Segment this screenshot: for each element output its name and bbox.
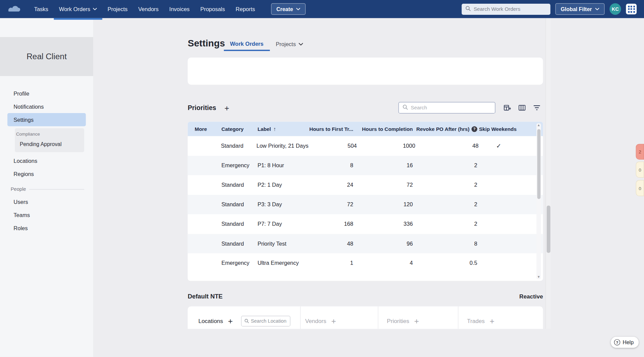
chevron-down-icon (296, 8, 300, 10)
create-button-label: Create (276, 6, 293, 12)
sidebar-item-teams[interactable]: Teams (7, 209, 86, 222)
add-location-button[interactable]: + (228, 317, 233, 325)
nte-trades-column: Trades + (458, 306, 543, 329)
col-header-hours-completion[interactable]: Hours to Completion (353, 126, 413, 132)
priorities-search-input[interactable] (411, 105, 491, 111)
nav-item-vendors[interactable]: Vendors (133, 0, 164, 18)
search-work-orders-input[interactable] (474, 6, 547, 12)
compliance-section-label: Compliance (15, 132, 84, 137)
page-scrollbar[interactable] (546, 18, 551, 329)
table-row[interactable]: EmergencyUltra Emergency140.5 (188, 253, 543, 273)
create-button[interactable]: Create (271, 3, 306, 15)
location-search-box[interactable] (241, 316, 290, 326)
table-row[interactable]: EmergencyP1: 8 Hour8162 (188, 156, 543, 175)
search-icon (466, 5, 471, 13)
settings-tabs: Work Orders Projects (224, 37, 310, 51)
sort-ascending-icon[interactable]: ↑ (273, 126, 276, 132)
col-header-label[interactable]: Label ↑ (252, 126, 304, 132)
nte-locations-label: Locations (198, 318, 223, 325)
filter-icon[interactable] (532, 103, 541, 113)
row-revoke-po: 2 (413, 201, 477, 207)
sidebar-item-pending-approval[interactable]: Pending Approval (15, 137, 84, 147)
row-hours-completion: 120 (353, 201, 413, 207)
scroll-up-icon[interactable]: ▲ (536, 123, 541, 128)
app-logo-icon[interactable] (7, 4, 25, 14)
row-hours-first: 48 (304, 241, 353, 247)
global-search-box[interactable] (462, 3, 551, 14)
table-scrollbar-thumb[interactable] (537, 129, 540, 199)
table-row[interactable]: StandardP7: 7 Day1683362 (188, 214, 543, 234)
nte-mode-reactive[interactable]: Reactive (519, 293, 543, 300)
scroll-down-icon[interactable]: ▼ (536, 275, 541, 279)
global-filter-button[interactable]: Global Filter (555, 3, 604, 15)
people-section-label: People (11, 186, 26, 192)
priorities-title: Priorities (188, 104, 216, 112)
sidebar-item-locations[interactable]: Locations (7, 154, 86, 167)
tab-work-orders[interactable]: Work Orders (224, 37, 270, 51)
table-row[interactable]: StandardP3: 3 Day721202 (188, 195, 543, 214)
table-row[interactable]: StandardPriority Test48968 (188, 234, 543, 253)
row-category: Standard (214, 182, 252, 188)
help-circle-icon[interactable]: ? (472, 126, 477, 132)
client-name: Real Client (0, 37, 93, 76)
col-header-more[interactable]: More (188, 126, 214, 132)
location-search-input[interactable] (251, 318, 287, 324)
nav-item-work-orders[interactable]: Work Orders (53, 0, 102, 18)
row-hours-first: 8 (304, 162, 353, 168)
columns-icon[interactable] (517, 103, 527, 113)
page-scrollbar-thumb[interactable] (547, 206, 550, 253)
user-avatar[interactable]: KC (609, 3, 621, 15)
table-row[interactable]: StandardLow Priority, 21 Days504100048✓ (188, 136, 543, 155)
add-trade-button[interactable]: + (490, 317, 494, 325)
add-nte-priority-button[interactable]: + (414, 317, 419, 325)
col-header-revoke-po[interactable]: Revoke PO After (hrs) ? (413, 126, 477, 132)
nav-item-tasks[interactable]: Tasks (29, 0, 54, 18)
nav-item-label: Reports (236, 6, 255, 12)
sidebar-item-notifications[interactable]: Notifications (7, 100, 86, 113)
nte-vendors-label: Vendors (305, 318, 326, 325)
col-header-skip-weekends[interactable]: Skip Weekends (477, 126, 518, 132)
sidebar-menu: ProfileNotificationsSettings Compliance … (0, 87, 93, 235)
primary-nav: TasksWork OrdersProjectsVendorsInvoicesP… (29, 0, 260, 18)
app-grid-icon[interactable] (626, 4, 637, 14)
sidebar-item-roles[interactable]: Roles (7, 222, 86, 235)
add-priority-button[interactable]: + (225, 104, 229, 112)
sidebar-item-profile[interactable]: Profile (7, 87, 86, 100)
nav-item-proposals[interactable]: Proposals (195, 0, 230, 18)
row-revoke-po: 2 (413, 182, 477, 188)
row-skip-weekends: ✓ (479, 142, 519, 150)
nav-item-label: Tasks (34, 6, 48, 12)
nav-item-projects[interactable]: Projects (102, 0, 133, 18)
nav-item-label: Proposals (200, 6, 225, 12)
add-vendor-button[interactable]: + (331, 317, 336, 325)
col-header-category[interactable]: Category (214, 126, 252, 132)
row-label: Priority Test (252, 241, 304, 247)
edge-panel-tab-3[interactable]: 0 (636, 180, 644, 196)
table-scrollbar[interactable]: ▲ ▼ (536, 123, 541, 279)
nav-item-label: Projects (108, 6, 128, 12)
row-category: Standard (214, 201, 252, 207)
col-header-hours-first[interactable]: Hours to First Tr... (304, 126, 353, 132)
help-button-label: Help (623, 339, 634, 345)
row-label: Ultra Emergency (252, 260, 304, 266)
help-button[interactable]: ? Help (611, 337, 639, 348)
nav-item-reports[interactable]: Reports (230, 0, 260, 18)
table-row[interactable]: StandardP2: 1 Day24722 (188, 175, 543, 195)
global-filter-label: Global Filter (561, 6, 592, 12)
edge-panel-tab-2[interactable]: 0 (636, 162, 644, 178)
sidebar-item-users[interactable]: Users (7, 195, 86, 208)
chevron-down-icon (299, 43, 303, 46)
edge-panel-tab-1[interactable]: 2 (636, 144, 644, 159)
nte-vendors-column: Vendors + (300, 306, 378, 329)
page-title: Settings (188, 38, 225, 49)
nav-item-invoices[interactable]: Invoices (164, 0, 195, 18)
tab-projects[interactable]: Projects (270, 37, 309, 51)
priorities-search-box[interactable] (398, 102, 495, 113)
table-layout-icon[interactable] (502, 103, 512, 113)
sidebar-item-regions[interactable]: Regions (7, 167, 86, 180)
priorities-table-body: StandardLow Priority, 21 Days504100048✓E… (188, 136, 543, 273)
sidebar-item-settings[interactable]: Settings (7, 113, 86, 126)
top-navbar: TasksWork OrdersProjectsVendorsInvoicesP… (0, 0, 644, 18)
row-category: Standard (213, 143, 251, 149)
row-revoke-po: 2 (413, 221, 477, 227)
